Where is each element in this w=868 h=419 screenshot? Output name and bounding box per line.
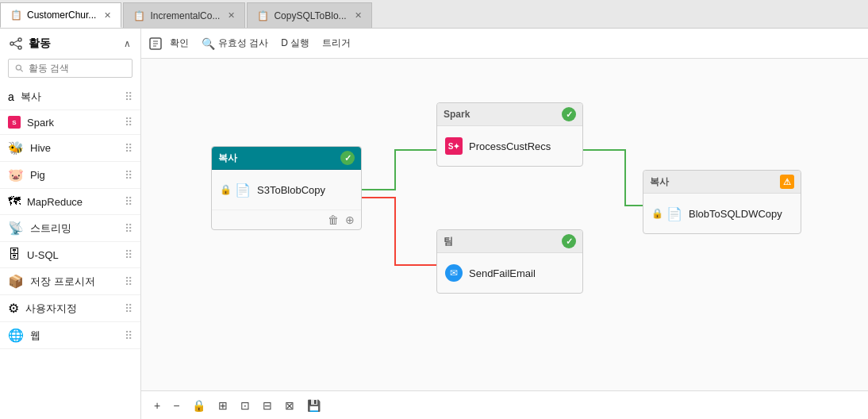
- sidebar-item-spark[interactable]: S Spark ⠿: [0, 110, 140, 135]
- validate-button[interactable]: 🔍 유효성 검사: [197, 33, 273, 53]
- tab-close-1[interactable]: ✕: [104, 10, 111, 21]
- bottom-toolbar: + − 🔒 ⊞ ⊡ ⊟ ⊠ 💾: [141, 390, 868, 419]
- main-layout: 활동 ∧ a 복사 ⠿ S Spark: [0, 29, 868, 419]
- tab-label-2: IncrementalCo...: [150, 10, 220, 21]
- spark-node-icon: S✦: [445, 137, 463, 155]
- sidebar-item-label-hive: Hive: [30, 142, 51, 154]
- blob-header-label: 복사: [650, 175, 669, 189]
- grid-button-3[interactable]: ⊠: [282, 398, 298, 413]
- store-proc-icon: 📦: [8, 274, 24, 289]
- drag-handle-custom[interactable]: ⠿: [125, 302, 133, 315]
- hive-icon: 🐝: [8, 140, 24, 156]
- blob-node-body: 🔒 📄 BlobToSQLDWCopy: [643, 194, 801, 233]
- send-node[interactable]: 팀 ✓ ✉ SendFailEmail: [436, 229, 583, 294]
- blob-node-header: 복사 ⚠: [643, 171, 801, 194]
- run-button[interactable]: D 실행: [276, 33, 314, 53]
- collapse-button[interactable]: ∧: [124, 38, 131, 49]
- drag-handle-spark[interactable]: ⠿: [125, 116, 133, 129]
- sidebar-item-custom[interactable]: ⚙ 사용자지정 ⠿: [0, 295, 140, 322]
- delete-action[interactable]: 🗑: [328, 213, 339, 226]
- tab-copysqltoblo[interactable]: 📋 CopySQLToBlo... ✕: [247, 2, 371, 28]
- send-status-check: ✓: [562, 234, 576, 248]
- validate-label: 유효성 검사: [218, 37, 268, 50]
- copy-node-body: 🔒 📄 S3ToBlobCopy: [212, 170, 361, 210]
- add-action[interactable]: ⊕: [345, 213, 355, 226]
- spark-header-label: Spark: [444, 109, 470, 120]
- spark-node-name: ProcessCustRecs: [469, 140, 551, 152]
- tab-bar: 📋 CustomerChur... ✕ 📋 IncrementalCo... ✕…: [0, 0, 868, 29]
- toolbar-icon: [149, 37, 162, 50]
- sidebar-item-label-pig: Pig: [30, 169, 45, 181]
- search-icon: [15, 63, 24, 73]
- tab-close-3[interactable]: ✕: [355, 10, 362, 21]
- tab-close-2[interactable]: ✕: [228, 10, 235, 21]
- search-input[interactable]: [29, 63, 125, 74]
- drag-handle-copy[interactable]: ⠿: [125, 90, 133, 103]
- copy-node-header: 복사 ✓: [212, 147, 361, 170]
- sidebar-item-usql[interactable]: 🗄 U-SQL ⠿: [0, 242, 140, 268]
- drag-handle-pig[interactable]: ⠿: [125, 169, 133, 182]
- sidebar-item-copy[interactable]: a 복사 ⠿: [0, 84, 140, 110]
- drag-handle-mapreduce[interactable]: ⠿: [125, 195, 133, 208]
- web-icon: 🌐: [8, 328, 24, 343]
- sidebar-header: 활동 ∧: [0, 29, 140, 56]
- validate-icon: 🔍: [202, 37, 215, 50]
- send-header-label: 팀: [444, 235, 453, 248]
- svg-point-1: [18, 38, 21, 41]
- remove-button[interactable]: −: [170, 398, 182, 413]
- spark-node[interactable]: Spark ✓ S✦ ProcessCustRecs: [436, 102, 583, 167]
- copy-header-label: 복사: [218, 152, 237, 165]
- tab-incrementalco[interactable]: 📋 IncrementalCo... ✕: [123, 2, 245, 28]
- sidebar-item-streaming[interactable]: 📡 스트리밍 ⠿: [0, 215, 140, 242]
- send-node-header: 팀 ✓: [437, 230, 582, 253]
- drag-handle-web[interactable]: ⠿: [125, 329, 133, 342]
- svg-line-6: [21, 70, 23, 72]
- copy-node[interactable]: 복사 ✓ 🔒 📄 S3ToBlobCopy 🗑 ⊕: [211, 146, 362, 230]
- sidebar-search[interactable]: [8, 59, 133, 78]
- sidebar-title-group: 활동: [10, 37, 51, 51]
- grid-button-1[interactable]: ⊞: [215, 398, 231, 413]
- copy-node-footer: 🗑 ⊕: [212, 210, 361, 229]
- sidebar-item-store-proc[interactable]: 📦 저장 프로시저 ⠿: [0, 268, 140, 295]
- copy-icon: a: [8, 90, 14, 103]
- blob-node[interactable]: 복사 ⚠ 🔒 📄 BlobToSQLDWCopy: [643, 170, 801, 234]
- svg-point-5: [16, 65, 21, 70]
- save-button[interactable]: 💾: [304, 398, 324, 413]
- blob-status-warn: ⚠: [780, 175, 794, 189]
- tab-customerchur[interactable]: 📋 CustomerChur... ✕: [0, 2, 121, 28]
- lock-icon-blob: 🔒: [651, 208, 663, 219]
- add-button[interactable]: +: [151, 398, 163, 413]
- lock-icon-copy: 🔒: [220, 184, 232, 195]
- spark-icon: S: [8, 116, 21, 129]
- svg-point-0: [10, 42, 13, 45]
- drag-handle-usql[interactable]: ⠿: [125, 248, 133, 261]
- share-icon: [10, 37, 22, 50]
- run-label: D 실행: [281, 37, 309, 50]
- canvas[interactable]: 복사 ✓ 🔒 📄 S3ToBlobCopy 🗑 ⊕: [141, 59, 868, 390]
- sidebar: 활동 ∧ a 복사 ⠿ S Spark: [0, 29, 141, 419]
- trigger-label: 트리거: [322, 37, 351, 50]
- confirm-button[interactable]: 확인: [165, 33, 194, 53]
- drag-handle-store-proc[interactable]: ⠿: [125, 275, 133, 288]
- sidebar-item-web[interactable]: 🌐 웹 ⠿: [0, 322, 140, 349]
- sidebar-title: 활동: [29, 37, 51, 51]
- lock-button[interactable]: 🔒: [189, 398, 209, 413]
- sidebar-item-mapreduce[interactable]: 🗺 MapReduce ⠿: [0, 189, 140, 215]
- send-node-body: ✉ SendFailEmail: [437, 253, 582, 293]
- sidebar-item-pig[interactable]: 🐷 Pig ⠿: [0, 162, 140, 189]
- streaming-icon: 📡: [8, 221, 24, 236]
- fit-button[interactable]: ⊟: [259, 398, 275, 413]
- sidebar-item-label-store-proc: 저장 프로시저: [30, 275, 95, 289]
- tab-label-1: CustomerChur...: [27, 10, 96, 21]
- drag-handle-streaming[interactable]: ⠿: [125, 222, 133, 235]
- svg-line-3: [13, 40, 18, 43]
- spark-node-header: Spark ✓: [437, 103, 582, 126]
- grid-button-2[interactable]: ⊡: [237, 398, 253, 413]
- tab-icon-1: 📋: [10, 10, 22, 21]
- drag-handle-hive[interactable]: ⠿: [125, 142, 133, 155]
- copy-node-icon: 📄: [235, 183, 251, 198]
- trigger-button[interactable]: 트리거: [317, 33, 355, 53]
- sidebar-item-label-mapreduce: MapReduce: [27, 196, 83, 208]
- copy-node-name: S3ToBlobCopy: [257, 184, 325, 196]
- sidebar-item-hive[interactable]: 🐝 Hive ⠿: [0, 135, 140, 162]
